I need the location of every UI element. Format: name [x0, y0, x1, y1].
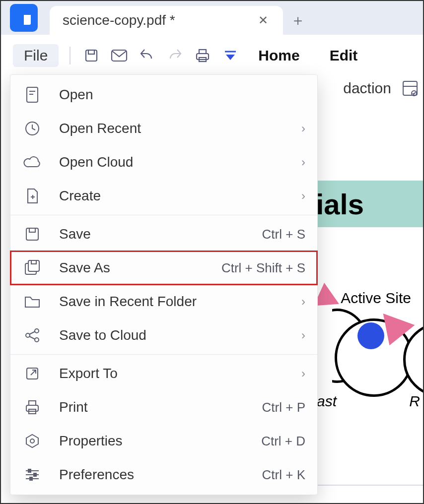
- ast-label: ast: [317, 393, 337, 410]
- svg-rect-2: [17, 11, 31, 15]
- clock-icon: [19, 121, 45, 136]
- redo-button[interactable]: [161, 44, 189, 67]
- menu-open-recent[interactable]: Open Recent ›: [10, 112, 317, 145]
- svg-rect-43: [30, 477, 32, 480]
- chevron-right-icon: ›: [301, 122, 305, 135]
- undo-button[interactable]: [133, 44, 161, 67]
- sliders-icon: [19, 468, 45, 482]
- export-icon: [19, 366, 45, 381]
- svg-rect-33: [26, 405, 38, 411]
- svg-point-28: [35, 338, 39, 342]
- active-site-label: Active Site: [341, 290, 411, 307]
- mail-icon: [111, 49, 128, 62]
- menu-open[interactable]: Open: [10, 78, 317, 112]
- r-label: R: [409, 393, 420, 410]
- save-button[interactable]: [77, 44, 105, 67]
- menu-save[interactable]: Save Ctrl + S: [10, 217, 317, 251]
- svg-line-30: [29, 336, 35, 339]
- svg-rect-4: [88, 50, 94, 54]
- undo-icon: [139, 49, 155, 63]
- chevron-right-icon: ›: [301, 189, 305, 203]
- document-icon: [19, 86, 45, 103]
- save-icon: [19, 227, 45, 242]
- svg-rect-21: [29, 228, 35, 232]
- svg-rect-42: [34, 473, 36, 476]
- ribbon-partial: daction: [343, 79, 423, 97]
- menu-print-shortcut: Ctrl + P: [262, 400, 305, 415]
- svg-rect-3: [86, 50, 97, 61]
- properties-icon: [19, 433, 45, 449]
- menu-properties-label: Properties: [59, 433, 261, 449]
- menu-save-recent-folder-label: Save in Recent Folder: [59, 294, 297, 310]
- nav-home[interactable]: Home: [258, 47, 299, 64]
- menu-open-cloud[interactable]: Open Cloud ›: [10, 145, 317, 179]
- save-as-icon: [19, 259, 45, 276]
- svg-point-27: [35, 329, 39, 333]
- file-menu-dropdown: Open Open Recent › Open Cloud › Create ›…: [10, 74, 318, 495]
- svg-point-37: [30, 439, 34, 443]
- svg-rect-6: [197, 54, 209, 60]
- menu-open-cloud-label: Open Cloud: [59, 154, 297, 170]
- svg-marker-10: [226, 55, 235, 60]
- redo-icon: [166, 49, 183, 63]
- app-logo-icon[interactable]: [10, 4, 38, 32]
- menu-separator: [10, 215, 317, 215]
- folder-icon: [19, 295, 45, 309]
- menu-save-shortcut: Ctrl + S: [262, 227, 305, 242]
- menu-save-recent-folder[interactable]: Save in Recent Folder ›: [10, 285, 317, 318]
- toolbar-separator: [70, 47, 71, 64]
- chevron-right-icon: ›: [301, 155, 305, 169]
- menu-export-to[interactable]: Export To ›: [10, 357, 317, 390]
- tab-title: science-copy.pdf *: [63, 12, 175, 28]
- svg-rect-7: [199, 50, 206, 54]
- menu-save-as-shortcut: Ctrl + Shift + S: [221, 260, 305, 276]
- menu-print[interactable]: Print Ctrl + P: [10, 390, 317, 424]
- chevron-right-icon: ›: [301, 328, 305, 342]
- new-tab-button[interactable]: ＋: [283, 6, 313, 35]
- quick-toolbar: File Home Edit: [1, 35, 423, 76]
- svg-rect-5: [112, 50, 127, 61]
- file-menu-button[interactable]: File: [13, 44, 59, 67]
- svg-rect-20: [26, 228, 38, 240]
- menu-save-as-label: Save As: [59, 260, 221, 276]
- menu-preferences-label: Preferences: [59, 467, 262, 483]
- chevron-right-icon: ›: [301, 367, 305, 380]
- close-tab-icon[interactable]: ✕: [254, 11, 272, 29]
- mail-button[interactable]: [105, 44, 133, 67]
- nav-edit[interactable]: Edit: [330, 47, 358, 64]
- menu-create-label: Create: [59, 188, 297, 204]
- menu-preferences[interactable]: Preferences Ctrl + K: [10, 458, 317, 492]
- menu-save-label: Save: [59, 226, 262, 242]
- svg-rect-24: [28, 260, 39, 271]
- svg-rect-34: [29, 401, 36, 405]
- svg-line-32: [31, 370, 36, 375]
- new-file-icon: [19, 188, 45, 204]
- menu-export-to-label: Export To: [59, 366, 297, 381]
- print-button[interactable]: [189, 44, 216, 67]
- print-icon: [195, 48, 211, 63]
- share-icon: [19, 328, 45, 343]
- svg-line-29: [29, 331, 35, 334]
- svg-marker-36: [26, 435, 38, 447]
- menu-save-as[interactable]: Save As Ctrl + Shift + S: [10, 251, 317, 285]
- redaction-label-partial[interactable]: daction: [343, 80, 391, 97]
- svg-rect-41: [28, 469, 31, 472]
- menu-separator: [10, 354, 317, 355]
- menu-save-to-cloud[interactable]: Save to Cloud ›: [10, 318, 317, 352]
- save-icon: [84, 48, 99, 63]
- menu-open-label: Open: [59, 87, 305, 103]
- menu-properties[interactable]: Properties Ctrl + D: [10, 424, 317, 458]
- cloud-icon: [19, 156, 45, 169]
- menu-properties-shortcut: Ctrl + D: [261, 434, 305, 449]
- menu-print-label: Print: [59, 399, 262, 415]
- chevron-right-icon: ›: [301, 295, 305, 309]
- plus-icon: ＋: [290, 10, 305, 31]
- document-tab[interactable]: science-copy.pdf * ✕: [50, 6, 283, 35]
- menu-save-to-cloud-label: Save to Cloud: [59, 327, 297, 343]
- title-bar: science-copy.pdf * ✕ ＋: [1, 1, 423, 35]
- customize-toolbar-button[interactable]: [216, 44, 244, 67]
- layout-icon[interactable]: [401, 79, 419, 97]
- menu-preferences-shortcut: Ctrl + K: [262, 467, 305, 483]
- menu-create[interactable]: Create ›: [10, 179, 317, 213]
- print-icon: [19, 399, 45, 415]
